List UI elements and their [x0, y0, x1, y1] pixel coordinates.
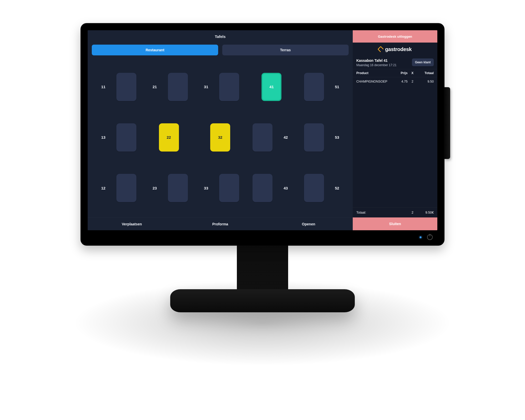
- table-number-label: 31: [201, 85, 211, 89]
- table-number-label: 52: [332, 186, 342, 190]
- table-cell: 11: [94, 64, 140, 109]
- totals-qty: 2: [408, 211, 417, 214]
- table-cell: 42: [248, 115, 295, 160]
- table-cell: 31: [197, 64, 243, 109]
- tab-terras[interactable]: Terras: [222, 45, 349, 55]
- proforma-button[interactable]: Proforma: [176, 218, 265, 230]
- table-tile-52[interactable]: [304, 174, 324, 202]
- table-number-label: 51: [332, 85, 342, 89]
- logout-button[interactable]: Gastrodesk uitloggen: [353, 30, 437, 43]
- chin-controls: [420, 234, 433, 240]
- main-area: Tafels Restaurant Terras 112131415113223…: [88, 30, 353, 230]
- table-tile-11[interactable]: [116, 73, 136, 101]
- receipt-date: Maandag 16 december 17:21: [356, 63, 397, 67]
- move-button[interactable]: Verplaatsen: [88, 218, 176, 230]
- receipt-header: Kassabon Tafel 41 Maandag 16 december 17…: [353, 56, 437, 69]
- table-tile-21[interactable]: [168, 73, 188, 101]
- receipt-item-price: 4.75: [393, 80, 408, 83]
- close-button[interactable]: Sluiten: [353, 217, 437, 230]
- table-cell: 51: [300, 64, 346, 109]
- monitor-bezel: Tafels Restaurant Terras 112131415113223…: [80, 23, 445, 246]
- table-cell: 21: [146, 64, 192, 109]
- table-cell: 41: [248, 64, 295, 109]
- table-tile-53[interactable]: [304, 123, 324, 152]
- table-cell: 22: [146, 115, 192, 160]
- receipt-column-headers: Product Prijs X Totaal: [353, 69, 437, 77]
- table-number-label: 11: [98, 85, 108, 89]
- monitor-neck: [237, 245, 288, 291]
- totals-label: Totaal:: [356, 211, 393, 214]
- table-tile-43[interactable]: [253, 174, 272, 202]
- brand-icon: [377, 46, 384, 52]
- page-title: Tafels: [88, 30, 353, 43]
- table-number-label: 12: [98, 186, 108, 190]
- table-tile-31[interactable]: [219, 73, 239, 101]
- tables-grid: 112131415113223242531223334352: [88, 57, 353, 217]
- col-qty: X: [408, 71, 417, 75]
- table-number-label: 21: [150, 85, 159, 89]
- table-tile-41[interactable]: 41: [261, 73, 281, 101]
- receipt-body: CHAMPIGNONSOEP4.7529.50: [353, 77, 437, 207]
- receipt-item-name: CHAMPIGNONSOEP: [356, 80, 393, 83]
- area-tabs: Restaurant Terras: [88, 43, 353, 57]
- bottom-actions: Verplaatsen Proforma Openen: [88, 217, 353, 230]
- receipt-title: Kassabon Tafel 41: [356, 58, 397, 63]
- table-tile-22[interactable]: 22: [159, 123, 179, 152]
- table-tile-42[interactable]: [253, 123, 272, 152]
- monitor-base: [170, 289, 355, 312]
- table-cell: 32: [197, 115, 243, 160]
- table-tile-13[interactable]: [116, 123, 136, 152]
- brand-logo: gastrodesk: [353, 43, 437, 56]
- table-number-label: 42: [281, 135, 290, 139]
- col-price: Prijs: [393, 71, 408, 75]
- table-cell: 43: [248, 165, 295, 211]
- receipt-row[interactable]: CHAMPIGNONSOEP4.7529.50: [353, 77, 437, 85]
- receipt-panel: Gastrodesk uitloggen gastrodesk Kassabon…: [353, 30, 437, 230]
- power-led-icon: [420, 236, 421, 238]
- table-cell: 52: [300, 165, 346, 211]
- table-number-label: 23: [150, 186, 159, 190]
- col-product: Product: [356, 71, 393, 75]
- open-button[interactable]: Openen: [264, 218, 353, 230]
- tab-restaurant[interactable]: Restaurant: [92, 45, 218, 55]
- table-cell: 13: [94, 115, 140, 160]
- table-number-label: 53: [332, 135, 342, 139]
- totals-amount: 9.50€: [417, 211, 434, 214]
- no-customer-button[interactable]: Geen klant: [412, 58, 434, 66]
- table-tile-33[interactable]: [219, 174, 239, 202]
- table-tile-51[interactable]: [304, 73, 324, 101]
- table-cell: 53: [300, 115, 346, 160]
- table-number-label: 43: [281, 186, 290, 190]
- receipt-totals: Totaal: 2 9.50€: [353, 207, 437, 217]
- pos-monitor: Tafels Restaurant Terras 112131415113223…: [80, 23, 445, 312]
- receipt-item-qty: 2: [408, 80, 417, 83]
- table-number-label: 13: [98, 135, 108, 139]
- table-cell: 23: [146, 165, 192, 211]
- power-icon[interactable]: [427, 234, 433, 240]
- table-cell: 33: [197, 165, 243, 211]
- brand-text: gastrodesk: [385, 46, 412, 52]
- table-tile-23[interactable]: [168, 174, 188, 202]
- table-tile-32[interactable]: 32: [210, 123, 230, 152]
- receipt-item-total: 9.50: [417, 80, 434, 83]
- table-cell: 12: [94, 165, 140, 211]
- card-reader: [445, 87, 450, 159]
- pos-screen: Tafels Restaurant Terras 112131415113223…: [88, 30, 437, 230]
- table-number-label: 33: [201, 186, 211, 190]
- col-total: Totaal: [417, 71, 434, 75]
- table-tile-12[interactable]: [116, 174, 136, 202]
